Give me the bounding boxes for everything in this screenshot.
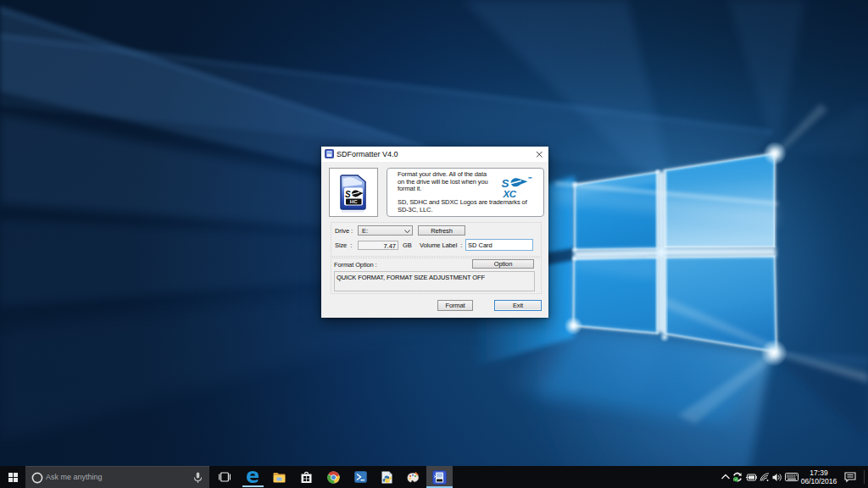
svg-text:S: S bbox=[345, 190, 351, 199]
svg-text:HC: HC bbox=[350, 199, 358, 204]
svg-text:XC: XC bbox=[503, 189, 517, 199]
